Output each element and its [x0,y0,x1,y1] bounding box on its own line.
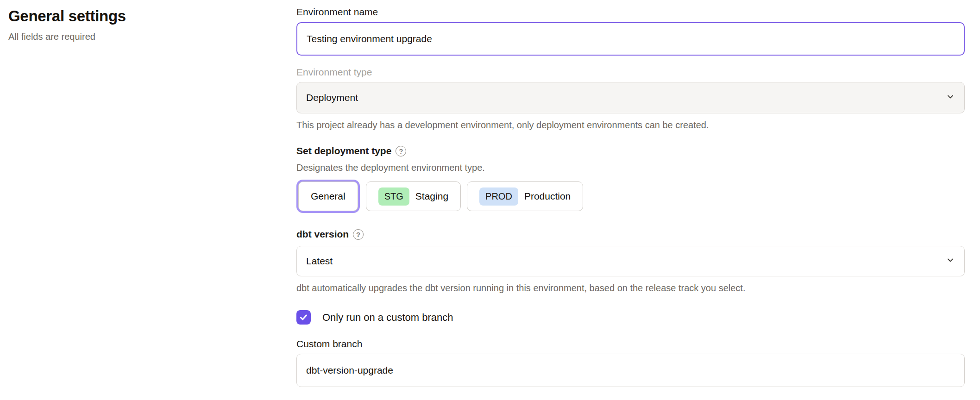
help-icon[interactable]: ? [353,229,364,240]
deployment-type-general-label: General [311,191,346,202]
staging-badge: STG [378,188,409,206]
dbt-version-label: dbt version [296,229,349,240]
production-badge: PROD [479,188,518,206]
environment-type-helper: This project already has a development e… [296,120,965,131]
deployment-type-production-button[interactable]: PROD Production [467,181,583,211]
page-header: General settings All fields are required [0,0,296,387]
deployment-type-helper: Designates the deployment environment ty… [296,162,965,173]
environment-name-input[interactable] [296,22,965,56]
deployment-type-general-button[interactable]: General [298,181,358,211]
environment-type-label: Environment type [296,67,965,78]
dbt-version-helper: dbt automatically upgrades the dbt versi… [296,283,965,294]
dbt-version-select[interactable]: Latest [296,246,965,276]
deployment-type-staging-label: Staging [415,191,448,202]
custom-branch-checkbox-label[interactable]: Only run on a custom branch [322,312,453,324]
custom-branch-checkbox[interactable] [296,310,311,325]
dbt-version-value: Latest [306,256,333,267]
custom-branch-label: Custom branch [296,338,965,350]
settings-form: Environment name Environment type Deploy… [296,0,965,387]
deployment-type-options: General STG Staging PROD Production [296,181,965,211]
custom-branch-checkbox-row: Only run on a custom branch [296,310,965,325]
page-title: General settings [8,7,296,25]
environment-type-select[interactable]: Deployment [296,82,965,113]
chevron-down-icon [946,92,955,104]
deployment-type-production-label: Production [524,191,571,202]
settings-page: General settings All fields are required… [0,0,980,387]
check-icon [299,313,308,322]
page-subtitle: All fields are required [8,31,296,42]
deployment-type-label-row: Set deployment type ? [296,145,965,156]
deployment-type-label: Set deployment type [296,145,391,156]
chevron-down-icon [946,256,955,267]
dbt-version-label-row: dbt version ? [296,229,965,240]
deployment-type-staging-button[interactable]: STG Staging [366,181,461,211]
custom-branch-input[interactable] [296,354,965,387]
help-icon[interactable]: ? [396,146,406,156]
environment-name-label: Environment name [296,6,965,18]
environment-type-value: Deployment [306,92,358,103]
